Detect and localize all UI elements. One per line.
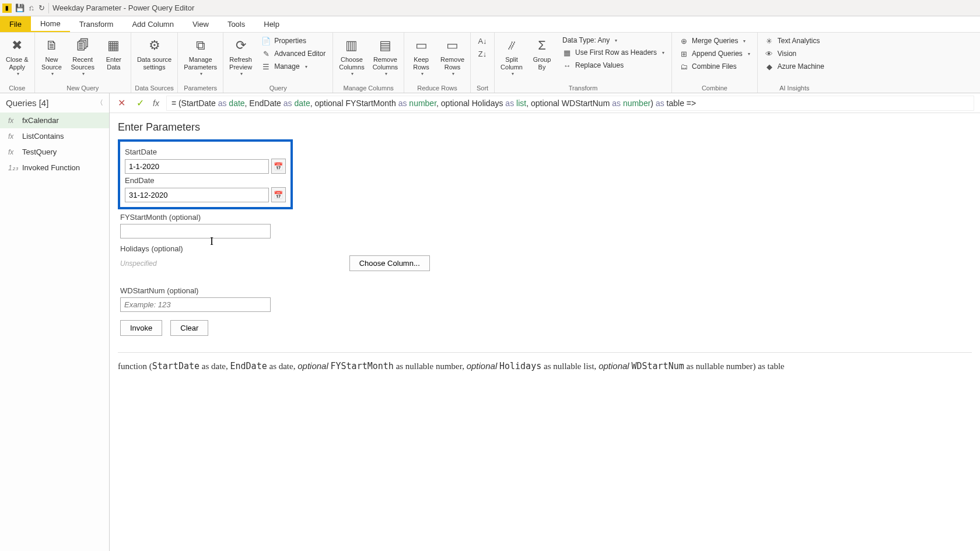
combine-files-button[interactable]: 🗂Combine Files (677, 61, 752, 72)
vision-icon: 👁 (765, 49, 774, 58)
refresh-preview-button[interactable]: ⟳Refresh Preview (226, 34, 256, 79)
new-source-icon: 🗎 (43, 36, 61, 55)
tab-add-column[interactable]: Add Column (123, 16, 183, 32)
group-transform: ⫽Split Column ΣGroup By Data Type: Any ▦… (495, 33, 672, 93)
query-item-listcontains[interactable]: fxListContains (0, 128, 109, 144)
redo-icon[interactable]: ↻ (38, 3, 45, 12)
group-parameters: ⧉Manage Parameters Parameters (178, 33, 223, 93)
remove-rows-button[interactable]: ▭Remove Rows (437, 34, 468, 79)
startdate-label: StartDate (125, 148, 286, 156)
new-source-button[interactable]: 🗎New Source (37, 34, 66, 79)
group-by-icon: Σ (533, 36, 551, 55)
group-by-button[interactable]: ΣGroup By (527, 34, 556, 73)
replace-icon: ↔ (562, 61, 572, 70)
tab-home[interactable]: Home (31, 16, 70, 32)
remove-rows-icon: ▭ (443, 36, 462, 55)
function-signature: function (StartDate as date, EndDate as … (118, 352, 972, 371)
split-column-button[interactable]: ⫽Split Column (497, 34, 526, 79)
wdstartnum-label: WDStartNum (optional) (120, 286, 972, 295)
sort-desc-button[interactable]: Z↓ (475, 48, 489, 59)
keep-rows-icon: ▭ (412, 36, 430, 55)
gear-icon: ⚙ (145, 36, 164, 55)
vision-button[interactable]: 👁Vision (762, 48, 827, 59)
remove-columns-button[interactable]: ▤Remove Columns (369, 34, 401, 79)
data-type-button[interactable]: Data Type: Any (560, 35, 667, 45)
enter-parameters-title: Enter Parameters (118, 121, 972, 134)
choose-column-button[interactable]: Choose Column... (349, 255, 430, 271)
group-data-sources: ⚙Data source settings Data Sources (131, 33, 178, 93)
query-item-fxcalendar[interactable]: fxfxCalendar (0, 113, 109, 128)
fystartmonth-label: FYStartMonth (optional) (120, 213, 972, 222)
query-item-invoked-function[interactable]: 1₂₃Invoked Function (0, 160, 109, 176)
menu-tabs: File Home Transform Add Column View Tool… (0, 16, 980, 33)
manage-parameters-button[interactable]: ⧉Manage Parameters (180, 34, 220, 79)
ribbon: ✖ Close & Apply Close 🗎New Source 🗐Recen… (0, 33, 980, 93)
fx-icon: fx (8, 132, 18, 141)
group-new-query: 🗎New Source 🗐Recent Sources ▦Enter Data … (35, 33, 131, 93)
group-combine: ⊕Merge Queries ⊞Append Queries 🗂Combine … (672, 33, 758, 93)
first-row-headers-button[interactable]: ▦Use First Row as Headers (560, 47, 667, 58)
advanced-editor-button[interactable]: ✎Advanced Editor (259, 48, 328, 59)
text-analytics-button[interactable]: ✳Text Analytics (762, 35, 827, 47)
sort-asc-button[interactable]: A↓ (475, 35, 489, 47)
number-icon: 1₂₃ (8, 164, 18, 172)
sort-asc-icon: A↓ (478, 36, 487, 45)
startdate-input[interactable] (125, 159, 269, 174)
cancel-formula-icon[interactable]: ✕ (116, 97, 127, 108)
tab-file[interactable]: File (0, 16, 31, 32)
collapse-queries-icon[interactable]: 〈 (96, 98, 103, 108)
formula-input[interactable]: = (StartDate as date, EndDate as date, o… (166, 96, 974, 111)
replace-values-button[interactable]: ↔Replace Values (560, 59, 667, 71)
keep-rows-button[interactable]: ▭Keep Rows (407, 34, 436, 79)
azure-icon: ◆ (765, 62, 774, 71)
queries-pane: Queries [4] 〈 fxfxCalendar fxListContain… (0, 93, 110, 551)
enddate-label: EndDate (125, 176, 286, 185)
title-bar: ▮ 💾 ⎌ ↻ Weekday Parameter - Power Query … (0, 0, 980, 16)
fystartmonth-input[interactable] (120, 224, 271, 238)
tab-tools[interactable]: Tools (218, 16, 254, 32)
formula-bar: ✕ ✓ fx = (StartDate as date, EndDate as … (110, 93, 980, 113)
combine-files-icon: 🗂 (679, 62, 688, 71)
close-apply-icon: ✖ (8, 36, 26, 55)
manage-icon: ☰ (261, 62, 271, 71)
choose-columns-button[interactable]: ▥Choose Columns (335, 34, 368, 79)
group-reduce-rows: ▭Keep Rows ▭Remove Rows Reduce Rows (404, 33, 471, 93)
enddate-input[interactable] (125, 188, 269, 202)
startdate-calendar-icon[interactable]: 📅 (271, 159, 286, 174)
append-icon: ⊞ (679, 49, 688, 58)
accept-formula-icon[interactable]: ✓ (134, 97, 146, 108)
holidays-label: Holidays (optional) (120, 244, 972, 253)
window-title: Weekday Parameter - Power Query Editor (52, 3, 194, 12)
recent-sources-icon: 🗐 (74, 36, 92, 55)
tab-view[interactable]: View (183, 16, 218, 32)
close-apply-button[interactable]: ✖ Close & Apply (2, 34, 32, 79)
data-source-settings-button[interactable]: ⚙Data source settings (134, 34, 175, 73)
save-icon[interactable]: 💾 (15, 3, 24, 12)
fx-icon: fx (8, 148, 18, 156)
azure-ml-button[interactable]: ◆Azure Machine (762, 61, 827, 72)
manage-button[interactable]: ☰Manage (259, 61, 328, 72)
enter-data-button[interactable]: ▦Enter Data (99, 34, 128, 73)
tab-transform[interactable]: Transform (70, 16, 123, 32)
wdstartnum-input[interactable] (120, 297, 271, 312)
invoke-button[interactable]: Invoke (120, 320, 162, 336)
recent-sources-button[interactable]: 🗐Recent Sources (68, 34, 98, 79)
enter-data-icon: ▦ (104, 36, 123, 55)
remove-columns-icon: ▤ (376, 36, 394, 55)
merge-queries-button[interactable]: ⊕Merge Queries (677, 35, 752, 47)
holidays-placeholder: Unspecified (120, 259, 157, 268)
tab-help[interactable]: Help (254, 16, 289, 32)
editor-icon: ✎ (261, 49, 271, 58)
query-item-testquery[interactable]: fxTestQuery (0, 144, 109, 160)
properties-button[interactable]: 📄Properties (259, 35, 328, 47)
undo-icon[interactable]: ⎌ (29, 3, 34, 12)
required-params-highlight: StartDate 📅 EndDate 📅 (118, 139, 293, 209)
sort-desc-icon: Z↓ (478, 49, 487, 58)
enddate-calendar-icon[interactable]: 📅 (271, 187, 286, 202)
group-sort: A↓ Z↓ Sort (471, 33, 495, 93)
quick-access-toolbar: 💾 ⎌ ↻ (15, 3, 45, 12)
clear-button[interactable]: Clear (170, 320, 208, 336)
fx-label-icon[interactable]: fx (153, 99, 159, 108)
group-query: ⟳Refresh Preview 📄Properties ✎Advanced E… (223, 33, 333, 93)
append-queries-button[interactable]: ⊞Append Queries (677, 48, 752, 59)
